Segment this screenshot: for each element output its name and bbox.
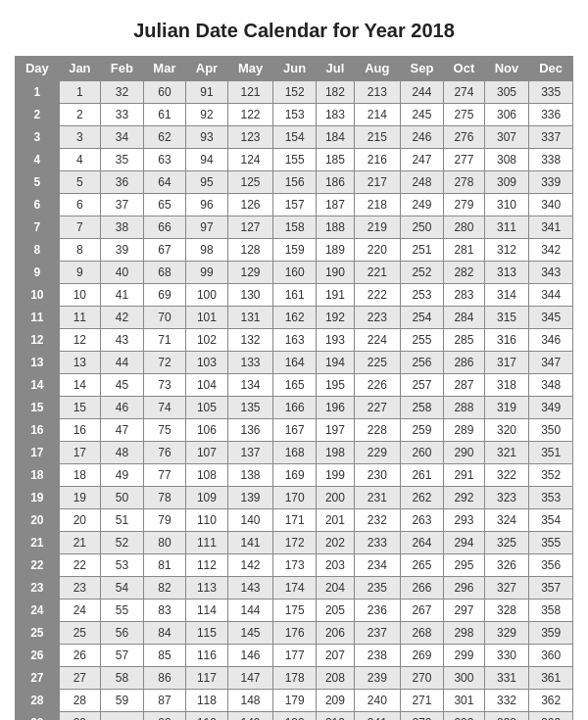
julian-value: 12 [59, 328, 101, 351]
julian-value: 292 [444, 486, 484, 508]
julian-value: 179 [273, 689, 317, 711]
julian-value: 310 [484, 193, 529, 216]
julian-value: 101 [186, 306, 227, 328]
julian-value: 83 [143, 599, 186, 621]
julian-value: 188 [316, 216, 354, 238]
table-row: 44356394124155185216247277308338 [16, 148, 573, 170]
day-number: 18 [16, 463, 60, 486]
julian-value: 52 [101, 531, 144, 553]
julian-value: 250 [400, 216, 444, 238]
julian-value: 49 [101, 463, 144, 486]
julian-value: 158 [273, 216, 317, 238]
table-row: 18184977108138169199230261291322352 [16, 463, 573, 486]
day-number: 29 [16, 711, 60, 720]
julian-value: 347 [529, 351, 573, 373]
julian-value: 207 [316, 644, 354, 666]
julian-value: 324 [484, 508, 529, 531]
table-row: 19195078109139170200231262292323353 [16, 486, 573, 508]
julian-value: 15 [59, 396, 101, 418]
julian-value: 24 [59, 599, 101, 621]
julian-value: 309 [484, 170, 529, 193]
julian-value: 208 [316, 666, 354, 689]
table-row: 11326091121152182213244274305335 [16, 80, 573, 103]
julian-value: 174 [273, 576, 317, 599]
julian-value: 329 [484, 621, 529, 644]
julian-value: 236 [355, 599, 401, 621]
julian-value: 69 [143, 283, 186, 306]
julian-value: 19 [59, 486, 101, 508]
julian-value: 61 [143, 103, 186, 125]
julian-value: 274 [444, 80, 484, 103]
julian-value: 239 [355, 666, 401, 689]
day-number: 24 [16, 599, 60, 621]
julian-value: 187 [316, 193, 354, 216]
julian-value: 295 [444, 553, 484, 576]
julian-value: 197 [316, 418, 354, 441]
julian-value: 338 [529, 148, 573, 170]
julian-value: 286 [444, 351, 484, 373]
julian-value: 254 [400, 306, 444, 328]
julian-value: 58 [101, 666, 144, 689]
julian-value: 113 [186, 576, 227, 599]
julian-value: 204 [316, 576, 354, 599]
julian-value: 25 [59, 621, 101, 644]
julian-value: 261 [400, 463, 444, 486]
julian-value: 279 [444, 193, 484, 216]
column-header-oct: Oct [444, 57, 484, 81]
julian-value: 306 [484, 103, 529, 125]
table-row: 11114270101131162192223254284315345 [16, 306, 573, 328]
julian-value: 240 [355, 689, 401, 711]
julian-value: 128 [227, 238, 273, 261]
julian-value: 4 [59, 148, 101, 170]
julian-value: 268 [400, 621, 444, 644]
julian-value: 110 [186, 508, 227, 531]
day-number: 28 [16, 689, 60, 711]
day-number: 7 [16, 216, 60, 238]
table-row: 10104169100130161191222253283314344 [16, 283, 573, 306]
julian-value: 152 [273, 80, 317, 103]
table-row: 22225381112142173203234265295326356 [16, 553, 573, 576]
julian-value: 32 [101, 80, 144, 103]
julian-value: 142 [227, 553, 273, 576]
julian-value: 161 [273, 283, 317, 306]
julian-value: 253 [400, 283, 444, 306]
julian-value: 247 [400, 148, 444, 170]
julian-value: 217 [355, 170, 401, 193]
julian-value: 162 [273, 306, 317, 328]
table-row: 25255684115145176206237268298329359 [16, 621, 573, 644]
julian-value: 184 [316, 125, 354, 148]
julian-value: 144 [227, 599, 273, 621]
julian-value: 326 [484, 553, 529, 576]
julian-value: 333 [484, 711, 529, 720]
table-row: 13134472103133164194225256286317347 [16, 351, 573, 373]
julian-value: 102 [186, 328, 227, 351]
julian-value: 136 [227, 418, 273, 441]
julian-value: 180 [273, 711, 317, 720]
table-row: 292988119149180210241272302333363 [16, 711, 573, 720]
julian-value: 233 [355, 531, 401, 553]
julian-value: 299 [444, 644, 484, 666]
julian-value: 173 [273, 553, 317, 576]
julian-value: 351 [529, 441, 573, 463]
julian-value: 48 [101, 441, 144, 463]
julian-value: 300 [444, 666, 484, 689]
julian-value: 134 [227, 373, 273, 396]
julian-value: 318 [484, 373, 529, 396]
day-number: 8 [16, 238, 60, 261]
julian-value: 257 [400, 373, 444, 396]
column-header-jan: Jan [59, 57, 101, 81]
julian-value: 73 [143, 373, 186, 396]
julian-value: 278 [444, 170, 484, 193]
julian-value: 319 [484, 396, 529, 418]
julian-value: 86 [143, 666, 186, 689]
julian-value: 118 [186, 689, 227, 711]
julian-value: 235 [355, 576, 401, 599]
julian-value: 76 [143, 441, 186, 463]
julian-value: 360 [529, 644, 573, 666]
table-row: 26265785116146177207238269299330360 [16, 644, 573, 666]
julian-value: 331 [484, 666, 529, 689]
day-number: 26 [16, 644, 60, 666]
julian-value: 350 [529, 418, 573, 441]
julian-value: 167 [273, 418, 317, 441]
julian-value: 327 [484, 576, 529, 599]
